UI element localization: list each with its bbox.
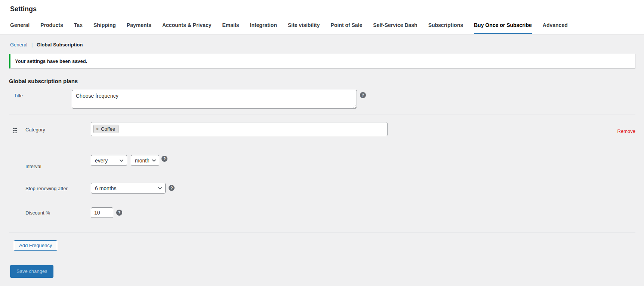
tab-general[interactable]: General: [10, 22, 30, 34]
interval-label: Interval: [9, 155, 91, 169]
period-select[interactable]: month: [131, 155, 159, 166]
subnav-separator: |: [31, 42, 33, 48]
title-row: Title Choose frequency ?: [9, 84, 635, 115]
tab-self-service-dash[interactable]: Self-Service Dash: [373, 22, 417, 34]
tab-subscriptions[interactable]: Subscriptions: [428, 22, 463, 34]
discount-label: Discount %: [9, 207, 91, 216]
category-tag-label: Coffee: [101, 126, 115, 132]
tab-site-visibility[interactable]: Site visibility: [288, 22, 320, 34]
subnav-current-global-subscription[interactable]: Global Subscription: [37, 42, 83, 48]
stop-renewing-select-value: 6 months: [95, 185, 117, 191]
category-row: Category × Coffee: [9, 122, 635, 136]
chevron-down-icon: [158, 187, 162, 190]
chevron-down-icon: [152, 159, 156, 162]
breadcrumb: General | Global Subscription: [0, 34, 644, 48]
tag-remove-icon[interactable]: ×: [96, 127, 99, 131]
tab-accounts-privacy[interactable]: Accounts & Privacy: [162, 22, 212, 34]
chevron-down-icon: [119, 159, 124, 162]
tab-products[interactable]: Products: [40, 22, 63, 34]
help-icon[interactable]: ?: [161, 156, 167, 162]
title-label: Title: [9, 90, 72, 109]
subnav-link-general[interactable]: General: [10, 42, 27, 48]
help-icon[interactable]: ?: [360, 92, 366, 98]
success-notice: Your settings have been saved.: [9, 54, 635, 69]
interval-select[interactable]: every: [91, 155, 127, 166]
drag-handle-icon[interactable]: [12, 127, 17, 133]
save-changes-button[interactable]: Save changes: [10, 265, 53, 278]
category-multiselect[interactable]: × Coffee: [91, 122, 388, 136]
interval-select-value: every: [95, 158, 108, 164]
stop-renewing-select[interactable]: 6 months: [91, 183, 166, 194]
section-heading: Global subscription plans: [9, 78, 644, 84]
remove-frequency-link[interactable]: Remove: [617, 128, 635, 134]
tab-shipping[interactable]: Shipping: [93, 22, 116, 34]
tab-integration[interactable]: Integration: [250, 22, 277, 34]
title-input[interactable]: Choose frequency: [72, 90, 357, 109]
tab-buy-once-or-subscribe[interactable]: Buy Once or Subscribe: [474, 22, 532, 34]
interval-row: Interval every month ?: [9, 155, 635, 169]
tab-tax[interactable]: Tax: [74, 22, 83, 34]
period-select-value: month: [135, 158, 150, 164]
tab-payments[interactable]: Payments: [127, 22, 151, 34]
tab-emails[interactable]: Emails: [222, 22, 239, 34]
category-label: Category: [9, 122, 91, 133]
tab-advanced[interactable]: Advanced: [543, 22, 568, 34]
help-icon[interactable]: ?: [169, 185, 175, 191]
discount-input[interactable]: [91, 207, 113, 218]
success-notice-text: Your settings have been saved.: [15, 58, 87, 64]
frequency-block: Remove Category × Coffee Interval every: [9, 115, 635, 233]
settings-content: General | Global Subscription Your setti…: [0, 34, 644, 286]
category-tag: × Coffee: [93, 125, 118, 133]
help-icon[interactable]: ?: [116, 210, 122, 216]
stop-renewing-row: Stop renewing after 6 months ?: [9, 183, 635, 194]
discount-row: Discount % ?: [9, 207, 635, 218]
global-subscription-form: Title Choose frequency ? Remove Category…: [9, 84, 635, 233]
page-title: Settings: [0, 0, 644, 13]
settings-header: Settings General Products Tax Shipping P…: [0, 0, 644, 34]
add-frequency-button[interactable]: Add Frequency: [14, 240, 57, 251]
tab-point-of-sale[interactable]: Point of Sale: [331, 22, 363, 34]
stop-renewing-label: Stop renewing after: [9, 183, 91, 191]
settings-tab-bar: General Products Tax Shipping Payments A…: [0, 13, 644, 34]
